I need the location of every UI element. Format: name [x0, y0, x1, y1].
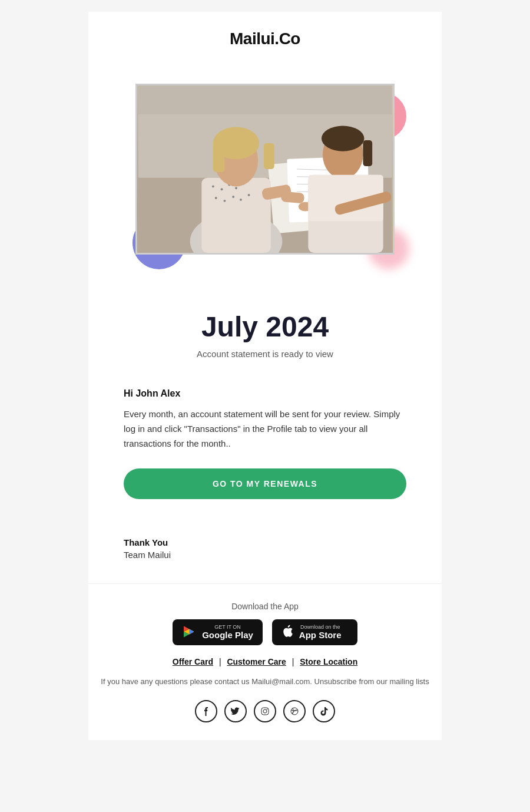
- svg-point-19: [248, 194, 250, 196]
- svg-point-16: [223, 200, 226, 202]
- store-location-link[interactable]: Store Location: [300, 657, 357, 666]
- instagram-icon[interactable]: [254, 700, 276, 722]
- thank-you-label: Thank You: [124, 537, 406, 547]
- tiktok-icon[interactable]: [313, 700, 335, 722]
- dribbble-icon[interactable]: [283, 700, 306, 722]
- google-play-button[interactable]: GET IT ON Google Play: [173, 619, 263, 645]
- hero-image: [137, 85, 393, 253]
- app-store-button[interactable]: Download on the App Store: [272, 619, 357, 645]
- twitter-icon[interactable]: [224, 700, 247, 722]
- svg-point-38: [263, 709, 267, 713]
- thank-you-team: Team Mailui: [124, 550, 406, 560]
- logo: Mailui.Co: [100, 29, 430, 48]
- greeting: Hi John Alex: [124, 388, 406, 399]
- body-paragraph: Every month, an account statement will b…: [124, 407, 406, 451]
- link-separator-2: |: [292, 657, 294, 666]
- svg-rect-25: [281, 191, 305, 203]
- social-icons: [100, 700, 430, 722]
- offer-card-link[interactable]: Offer Card: [173, 657, 213, 666]
- svg-rect-32: [363, 140, 372, 166]
- footer-links: Offer Card | Customer Care | Store Locat…: [100, 657, 430, 666]
- svg-rect-35: [138, 85, 392, 114]
- link-separator-1: |: [219, 657, 221, 666]
- body-content: Hi John Alex Every month, an account sta…: [88, 371, 442, 537]
- svg-rect-37: [261, 708, 269, 715]
- thank-you-section: Thank You Team Mailui: [88, 537, 442, 583]
- apple-icon: [281, 624, 293, 641]
- subtitle: Account statement is ready to view: [112, 349, 418, 359]
- cta-button[interactable]: GO TO MY RENEWALS: [124, 468, 406, 499]
- footer-contact: If you have any questions please contact…: [100, 676, 430, 688]
- svg-point-13: [235, 187, 237, 189]
- svg-point-31: [322, 126, 364, 151]
- svg-point-11: [221, 188, 223, 190]
- svg-point-39: [267, 709, 268, 710]
- app-buttons: GET IT ON Google Play Download on the Ap…: [100, 619, 430, 645]
- facebook-icon[interactable]: [195, 700, 217, 722]
- main-title: July 2024: [112, 311, 418, 343]
- svg-point-18: [240, 199, 242, 201]
- svg-point-17: [232, 196, 234, 198]
- app-store-text: Download on the App Store: [299, 625, 342, 641]
- google-play-icon: [182, 625, 196, 641]
- email-container: Mailui.Co: [88, 12, 442, 740]
- download-label: Download the App: [100, 602, 430, 611]
- svg-rect-22: [213, 143, 225, 172]
- svg-rect-23: [264, 143, 274, 169]
- header: Mailui.Co: [88, 12, 442, 57]
- google-play-text: GET IT ON Google Play: [202, 625, 253, 641]
- svg-point-15: [215, 197, 217, 199]
- customer-care-link[interactable]: Customer Care: [227, 657, 286, 666]
- hero-image-wrapper: [135, 84, 395, 255]
- title-section: July 2024 Account statement is ready to …: [88, 281, 442, 371]
- svg-point-10: [212, 185, 214, 187]
- hero-illustration: [137, 85, 393, 253]
- hero-area: [88, 57, 442, 281]
- footer: Download the App GET IT ON Google P: [88, 583, 442, 740]
